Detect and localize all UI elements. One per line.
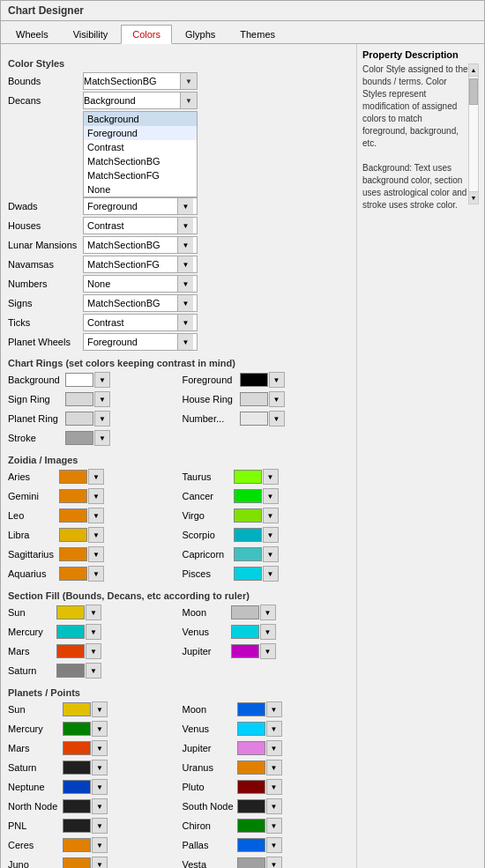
fill-color-mars[interactable]: [56, 644, 85, 658]
color-dd-btn-virgo[interactable]: ▼: [263, 508, 279, 523]
color-box-scorpio[interactable]: [234, 528, 262, 542]
color-dd-btn-libra[interactable]: ▼: [88, 527, 104, 543]
color-dd-btn-sagittarius[interactable]: ▼: [88, 546, 104, 562]
color-dd-btn-number[interactable]: ▼: [269, 411, 285, 427]
dd-option-contrast[interactable]: Contrast: [84, 140, 197, 154]
right-scrollbar[interactable]: ▲ ▼: [468, 63, 479, 204]
dropdown-navamsas[interactable]: MatchSectionFG ▼: [83, 256, 198, 273]
dropdown-bounds[interactable]: MatchSectionBG ▼: [83, 72, 198, 90]
dropdown-signs[interactable]: MatchSectionBG ▼: [83, 294, 198, 312]
color-dd-btn-background[interactable]: ▼: [94, 372, 110, 388]
planet-color-moon[interactable]: [237, 702, 265, 716]
dropdown-dwads-display[interactable]: Foreground ▼: [83, 197, 198, 215]
fill-color-venus[interactable]: [231, 625, 259, 639]
fill-color-moon[interactable]: [231, 605, 259, 619]
color-box-foreground[interactable]: [240, 373, 268, 387]
color-dd-btn-aquarius[interactable]: ▼: [88, 566, 104, 582]
color-box-virgo[interactable]: [234, 508, 262, 523]
select-bounds[interactable]: MatchSectionBG: [83, 72, 198, 90]
fill-color-sun[interactable]: [56, 605, 85, 619]
planet-color-vesta[interactable]: [237, 857, 265, 868]
tab-glyphs[interactable]: Glyphs: [174, 25, 227, 43]
color-box-cancer[interactable]: [234, 489, 262, 503]
planet-dd-ceres[interactable]: ▼: [92, 837, 108, 853]
tab-wheels[interactable]: Wheels: [4, 25, 60, 43]
planet-color-ceres[interactable]: [63, 838, 91, 852]
planet-dd-sun[interactable]: ▼: [92, 701, 108, 717]
planet-dd-juno[interactable]: ▼: [92, 857, 108, 868]
planet-dd-pallas[interactable]: ▼: [266, 837, 282, 853]
planet-color-pallas[interactable]: [237, 838, 265, 852]
planet-dd-southnode[interactable]: ▼: [266, 798, 282, 814]
color-dd-btn-planetring[interactable]: ▼: [94, 411, 110, 427]
scroll-thumb-right[interactable]: [469, 78, 478, 105]
dd-option-matchsectionfg[interactable]: MatchSectionFG: [84, 168, 197, 182]
planet-color-juno[interactable]: [63, 857, 91, 868]
color-dd-btn-foreground[interactable]: ▼: [269, 372, 285, 388]
color-dd-btn-taurus[interactable]: ▼: [263, 469, 279, 485]
planet-dd-moon[interactable]: ▼: [266, 701, 282, 717]
planet-dd-jupiter[interactable]: ▼: [266, 740, 282, 756]
planet-dd-vesta[interactable]: ▼: [266, 857, 282, 868]
planet-color-saturn[interactable]: [63, 760, 91, 775]
planet-color-venus[interactable]: [237, 722, 265, 736]
color-dd-btn-scorpio[interactable]: ▼: [263, 527, 279, 543]
color-dd-btn-pisces[interactable]: ▼: [263, 566, 279, 582]
dd-option-none[interactable]: None: [84, 182, 197, 197]
color-dd-btn-signring[interactable]: ▼: [94, 391, 110, 407]
select-decans[interactable]: Background: [83, 92, 198, 109]
fill-dd-mercury[interactable]: ▼: [86, 624, 101, 640]
dropdown-houses[interactable]: Contrast ▼: [83, 217, 198, 234]
color-box-aries[interactable]: [59, 470, 87, 484]
decans-dropdown-open[interactable]: Background Foreground Contrast MatchSect…: [83, 111, 198, 197]
color-box-leo[interactable]: [59, 508, 87, 523]
fill-color-jupiter[interactable]: [231, 644, 259, 658]
fill-dd-moon[interactable]: ▼: [260, 605, 276, 620]
dd-option-background[interactable]: Background: [84, 112, 197, 126]
color-dd-btn-cancer[interactable]: ▼: [263, 488, 279, 504]
planet-color-mercury[interactable]: [63, 722, 91, 736]
color-dd-btn-stroke[interactable]: ▼: [94, 430, 110, 446]
planet-color-mars[interactable]: [63, 741, 91, 755]
color-dd-btn-leo[interactable]: ▼: [88, 508, 104, 523]
planet-dd-venus[interactable]: ▼: [266, 721, 282, 737]
color-box-housering[interactable]: [240, 392, 268, 406]
fill-dd-mars[interactable]: ▼: [86, 643, 101, 659]
fill-dd-jupiter[interactable]: ▼: [260, 643, 276, 659]
color-dd-btn-aries[interactable]: ▼: [88, 469, 104, 485]
planet-dd-chiron[interactable]: ▼: [266, 818, 282, 834]
scroll-down-btn[interactable]: ▼: [469, 191, 478, 204]
tab-colors[interactable]: Colors: [121, 25, 172, 44]
color-box-planetring[interactable]: [65, 412, 93, 426]
dropdown-ticks[interactable]: Contrast ▼: [83, 314, 198, 331]
planet-dd-uranus[interactable]: ▼: [266, 760, 282, 775]
planet-color-sun[interactable]: [63, 702, 91, 716]
color-box-taurus[interactable]: [234, 470, 262, 484]
dd-option-foreground[interactable]: Foreground: [84, 126, 197, 140]
left-panel[interactable]: Color Styles Bounds MatchSectionBG ▼ Dec…: [1, 44, 356, 868]
dropdown-planetwheels[interactable]: Foreground ▼: [83, 333, 198, 351]
color-dd-btn-capricorn[interactable]: ▼: [263, 546, 279, 562]
planet-dd-mars[interactable]: ▼: [92, 740, 108, 756]
tab-themes[interactable]: Themes: [228, 25, 287, 43]
color-box-background[interactable]: [65, 373, 93, 387]
color-box-aquarius[interactable]: [59, 567, 87, 581]
fill-dd-sun[interactable]: ▼: [86, 605, 101, 620]
planet-dd-saturn[interactable]: ▼: [92, 760, 108, 775]
planet-color-neptune[interactable]: [63, 780, 91, 794]
fill-dd-venus[interactable]: ▼: [260, 624, 276, 640]
color-dd-btn-housering[interactable]: ▼: [269, 391, 285, 407]
color-box-number[interactable]: [240, 412, 268, 426]
planet-color-chiron[interactable]: [237, 819, 265, 833]
planet-color-pluto[interactable]: [237, 780, 265, 794]
fill-dd-saturn[interactable]: ▼: [86, 663, 101, 679]
color-box-stroke[interactable]: [65, 431, 93, 445]
planet-dd-pluto[interactable]: ▼: [266, 779, 282, 795]
tab-visibility[interactable]: Visibility: [62, 25, 120, 43]
dropdown-lunar[interactable]: MatchSectionBG ▼: [83, 236, 198, 254]
color-box-pisces[interactable]: [234, 567, 262, 581]
planet-dd-mercury[interactable]: ▼: [92, 721, 108, 737]
fill-color-mercury[interactable]: [56, 625, 85, 639]
color-box-libra[interactable]: [59, 528, 87, 542]
planet-color-pnl[interactable]: [63, 819, 91, 833]
